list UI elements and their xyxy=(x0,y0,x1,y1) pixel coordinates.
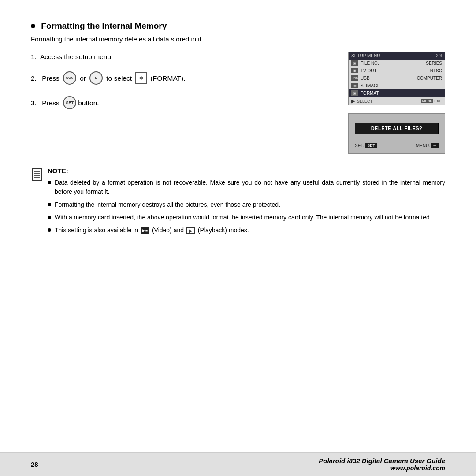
tvout-icon: ▣ xyxy=(351,68,358,73)
s-button-icon: S xyxy=(89,71,103,85)
step-2-number: 2. xyxy=(31,73,37,83)
note-bullet-3: With a memory card inserted, the above o… xyxy=(48,213,445,222)
step-2-format-label: (FORMAT). xyxy=(149,73,185,83)
step-3-number: 3. xyxy=(31,98,37,108)
exit-label: EXIT xyxy=(434,99,442,103)
set-button-icon: SET xyxy=(63,96,76,109)
step-3-text: button. xyxy=(78,98,99,108)
dialog-menu-section: MENU: ↩ xyxy=(416,143,439,148)
playback-mode-icon: ▶ xyxy=(186,227,195,234)
menu-row-simage: ◉ S. IMAGE xyxy=(349,82,445,89)
note-bullet-2: Formatting the internal memory destroys … xyxy=(48,200,445,209)
menu-label: MENU xyxy=(421,99,434,103)
title-bullet xyxy=(31,24,35,28)
usb-label: USB xyxy=(361,76,417,81)
note-content: NOTE: Data deleted by a format operation… xyxy=(48,167,445,238)
menu-footer: ▶ SELECT MENU EXIT xyxy=(349,97,445,105)
menu-label-dialog: MENU: xyxy=(416,143,430,148)
select-arrow-icon: ▶ xyxy=(351,98,355,104)
step-2-text-middle: to select xyxy=(104,73,134,83)
notepad-line-1 xyxy=(34,171,40,172)
delete-all-files-button: DELETE ALL FILES? xyxy=(355,123,439,134)
step-1: 1. Access the setup menu. xyxy=(31,52,339,62)
bullet-2-dot xyxy=(48,203,51,206)
page-footer: 28 Polaroid i832 Digital Camera User Gui… xyxy=(0,452,476,476)
usb-icon: USB xyxy=(351,75,358,81)
bullet-3-dot xyxy=(48,216,51,219)
step-1-number: 1. xyxy=(31,52,37,62)
format-menu-icon: ▣ xyxy=(351,90,358,96)
fileno-icon: ▣ xyxy=(351,60,358,66)
back-btn: ↩ xyxy=(431,143,439,148)
menu-row-tvout: ▣ TV OUT NTSC xyxy=(349,67,445,74)
notepad-line-2 xyxy=(34,173,40,174)
select-label: SELECT xyxy=(357,99,372,104)
setup-menu-screenshot: SETUP MENU 2/3 ▣ FILE NO. SERIES ▣ TV OU… xyxy=(348,52,445,105)
brand-url: www.polaroid.com xyxy=(319,465,445,472)
note-bullet-1: Data deleted by a format operation is no… xyxy=(48,178,445,197)
scn-button-icon: SCN xyxy=(63,71,76,85)
menu-row-fileno: ▣ FILE NO. SERIES xyxy=(349,60,445,67)
tvout-label: TV OUT xyxy=(361,68,430,73)
step-2: 2. Press SCN or S to select ✱ (FORMAT). xyxy=(31,71,339,85)
title-text: Formatting the Internal Memory xyxy=(41,21,167,30)
simage-icon: ◉ xyxy=(351,83,358,88)
step-3: 3. Press SET button. xyxy=(31,96,339,109)
note-title: NOTE: xyxy=(48,167,445,175)
note-section: NOTE: Data deleted by a format operation… xyxy=(31,167,445,238)
set-btn: SET xyxy=(365,143,377,148)
video-mode-icon: ▶■ xyxy=(141,227,149,234)
notepad-line-4 xyxy=(34,177,40,178)
fileno-value: SERIES xyxy=(426,61,442,66)
page-content: Formatting the Internal Memory Formattin… xyxy=(0,0,476,265)
steps-area: 1. Access the setup menu. 2. Press SCN o… xyxy=(31,52,445,154)
dialog-footer: SET: SET MENU: ↩ xyxy=(355,143,439,148)
set-label: SET: xyxy=(355,143,364,148)
notepad-icon xyxy=(32,168,42,181)
setup-menu-header: SETUP MENU 2/3 xyxy=(349,52,445,60)
brand-title: Polaroid i832 Digital Camera User Guide xyxy=(319,457,445,465)
bullet-4-dot xyxy=(48,228,51,232)
note-icon-container xyxy=(31,167,43,182)
step-2-or: or xyxy=(80,73,86,83)
bullet-4-text: This setting is also available in ▶■ (Vi… xyxy=(55,226,249,235)
menu-exit: MENU EXIT xyxy=(421,99,442,103)
page-number: 28 xyxy=(31,461,38,468)
setup-menu-header-title: SETUP MENU xyxy=(351,53,380,58)
dialog-set-section: SET: SET xyxy=(355,143,378,148)
footer-brand: Polaroid i832 Digital Camera User Guide … xyxy=(319,457,445,472)
menu-row-usb: USB USB COMPUTER xyxy=(349,74,445,82)
subtitle: Formatting the internal memory deletes a… xyxy=(31,35,445,43)
bullet-1-dot xyxy=(48,181,51,184)
step-2-text-before: Press xyxy=(40,73,61,83)
step-3-text-before: Press xyxy=(40,98,61,108)
tvout-value: NTSC xyxy=(430,68,442,73)
format-menu-label: FORMAT xyxy=(361,91,442,96)
step-1-text: Access the setup menu. xyxy=(40,52,113,62)
format-icon: ✱ xyxy=(135,72,147,84)
camera-screenshots: SETUP MENU 2/3 ▣ FILE NO. SERIES ▣ TV OU… xyxy=(348,52,445,154)
bullet-2-text: Formatting the internal memory destroys … xyxy=(55,200,280,209)
setup-menu-header-page: 2/3 xyxy=(436,53,442,58)
fileno-label: FILE NO. xyxy=(361,61,426,66)
bullet-3-text: With a memory card inserted, the above o… xyxy=(55,213,433,222)
note-bullet-4: This setting is also available in ▶■ (Vi… xyxy=(48,226,445,235)
simage-label: S. IMAGE xyxy=(361,83,442,88)
menu-row-format: ▣ FORMAT xyxy=(349,89,445,97)
steps-left: 1. Access the setup menu. 2. Press SCN o… xyxy=(31,52,339,119)
usb-value: COMPUTER xyxy=(417,76,442,81)
bullet-1-text: Data deleted by a format operation is no… xyxy=(55,178,445,197)
delete-dialog: DELETE ALL FILES? SET: SET MENU: ↩ xyxy=(348,113,445,154)
notepad-line-3 xyxy=(34,175,40,176)
section-title: Formatting the Internal Memory xyxy=(31,21,445,31)
